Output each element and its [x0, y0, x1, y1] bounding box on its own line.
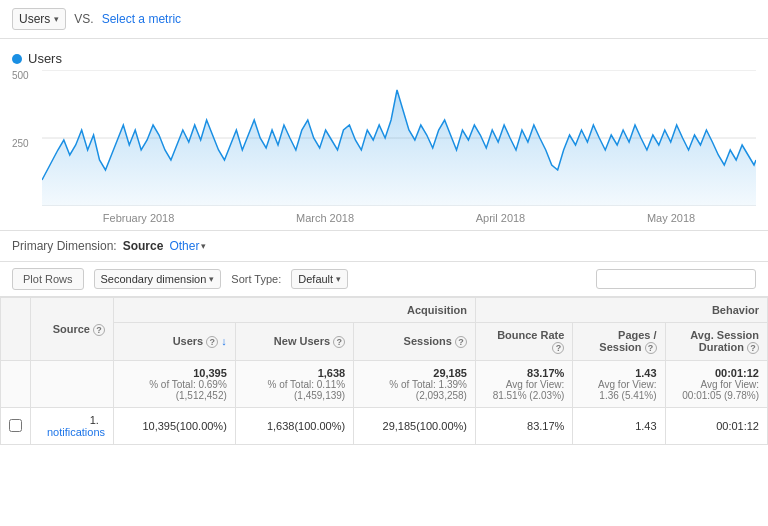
legend-dot	[12, 54, 22, 64]
x-label-may: May 2018	[647, 212, 695, 224]
total-avg-session: 00:01:12 Avg for View: 00:01:05 (9.78%)	[665, 361, 767, 408]
table-controls: Plot Rows Secondary dimension ▾ Sort Typ…	[0, 261, 768, 297]
header-new-users: New Users ?	[235, 323, 353, 361]
total-pages-session-sub: Avg for View: 1.36 (5.41%)	[581, 379, 656, 401]
other-dimension-link[interactable]: Other ▾	[169, 239, 206, 253]
avg-session-help-icon[interactable]: ?	[747, 342, 759, 354]
header-checkbox-cell	[1, 298, 31, 361]
row-checkbox[interactable]	[1, 408, 31, 445]
secondary-dimension-dropdown[interactable]: Secondary dimension ▾	[94, 269, 222, 289]
line-chart-svg	[42, 70, 756, 206]
total-bounce-rate: 83.17% Avg for View: 81.51% (2.03%)	[475, 361, 572, 408]
table-row: 1. notifications 10,395(100.00%) 1,638(1…	[1, 408, 768, 445]
header-sessions: Sessions ?	[354, 323, 476, 361]
header-users: Users ? ↓	[114, 323, 236, 361]
y-label-500: 500	[12, 70, 42, 81]
row-checkbox-input[interactable]	[9, 419, 22, 432]
top-controls: Users ▾ VS. Select a metric	[0, 0, 768, 39]
header-bounce-rate: Bounce Rate ?	[475, 323, 572, 361]
source-col-label: Source	[53, 323, 90, 335]
bounce-rate-help-icon[interactable]: ?	[552, 342, 564, 354]
chart-y-labels: 500 250	[12, 70, 42, 206]
sort-icon[interactable]: ↓	[221, 335, 227, 347]
row-source-name[interactable]: notifications	[47, 426, 105, 438]
chart-legend-label: Users	[28, 51, 62, 66]
total-checkbox-cell	[1, 361, 31, 408]
primary-dimension-bar: Primary Dimension: Source Other ▾	[0, 230, 768, 261]
total-pages-session: 1.43 Avg for View: 1.36 (5.41%)	[573, 361, 665, 408]
new-users-help-icon[interactable]: ?	[333, 336, 345, 348]
default-sort-label: Default	[298, 273, 333, 285]
row-users: 10,395(100.00%)	[114, 408, 236, 445]
total-source-cell	[31, 361, 114, 408]
vs-label: VS.	[74, 12, 93, 26]
search-input[interactable]	[596, 269, 756, 289]
header-pages-session: Pages / Session ?	[573, 323, 665, 361]
y-label-250: 250	[12, 138, 42, 149]
chevron-down-icon: ▾	[209, 274, 214, 284]
sort-type-label: Sort Type:	[231, 273, 281, 285]
sessions-help-icon[interactable]: ?	[455, 336, 467, 348]
behavior-group-header: Behavior	[475, 298, 767, 323]
chart-svg	[42, 70, 756, 206]
chart-container: 500 250 F	[12, 70, 756, 230]
x-axis-labels: February 2018 March 2018 April 2018 May …	[42, 206, 756, 230]
x-label-mar: March 2018	[296, 212, 354, 224]
chart-legend: Users	[12, 51, 756, 66]
row-num: 1.	[90, 414, 99, 426]
total-new-users-sub: % of Total: 0.11% (1,459,139)	[244, 379, 345, 401]
users-help-icon[interactable]: ?	[206, 336, 218, 348]
row-bounce-rate: 83.17%	[475, 408, 572, 445]
total-new-users: 1,638 % of Total: 0.11% (1,459,139)	[235, 361, 353, 408]
chevron-down-icon: ▾	[201, 241, 206, 251]
total-sessions: 29,185 % of Total: 1.39% (2,093,258)	[354, 361, 476, 408]
source-help-icon[interactable]: ?	[93, 324, 105, 336]
chart-area: Users 500 250	[0, 39, 768, 230]
row-pages-session: 1.43	[573, 408, 665, 445]
total-avg-session-sub: Avg for View: 00:01:05 (9.78%)	[674, 379, 759, 401]
total-row: 10,395 % of Total: 0.69% (1,512,452) 1,6…	[1, 361, 768, 408]
total-sessions-sub: % of Total: 1.39% (2,093,258)	[362, 379, 467, 401]
sort-type-dropdown[interactable]: Default ▾	[291, 269, 348, 289]
header-source: Source ?	[31, 298, 114, 361]
source-label: Source	[123, 239, 164, 253]
x-label-apr: April 2018	[476, 212, 526, 224]
metric-dropdown[interactable]: Users ▾	[12, 8, 66, 30]
row-sessions: 29,185(100.00%)	[354, 408, 476, 445]
metric-label: Users	[19, 12, 50, 26]
total-users: 10,395 % of Total: 0.69% (1,512,452)	[114, 361, 236, 408]
pages-session-help-icon[interactable]: ?	[645, 342, 657, 354]
data-table: Source ? Acquisition Behavior Users ? ↓ …	[0, 297, 768, 445]
acquisition-group-header: Acquisition	[114, 298, 476, 323]
other-label: Other	[169, 239, 199, 253]
chevron-down-icon: ▾	[54, 14, 59, 24]
chevron-down-icon: ▾	[336, 274, 341, 284]
row-avg-session: 00:01:12	[665, 408, 767, 445]
plot-rows-button[interactable]: Plot Rows	[12, 268, 84, 290]
primary-dim-label: Primary Dimension:	[12, 239, 117, 253]
secondary-dim-label: Secondary dimension	[101, 273, 207, 285]
header-avg-session: Avg. Session Duration ?	[665, 323, 767, 361]
total-users-sub: % of Total: 0.69% (1,512,452)	[122, 379, 227, 401]
total-bounce-rate-sub: Avg for View: 81.51% (2.03%)	[484, 379, 564, 401]
row-source: 1. notifications	[31, 408, 114, 445]
select-metric-link[interactable]: Select a metric	[102, 12, 181, 26]
row-new-users: 1,638(100.00%)	[235, 408, 353, 445]
x-label-feb: February 2018	[103, 212, 175, 224]
